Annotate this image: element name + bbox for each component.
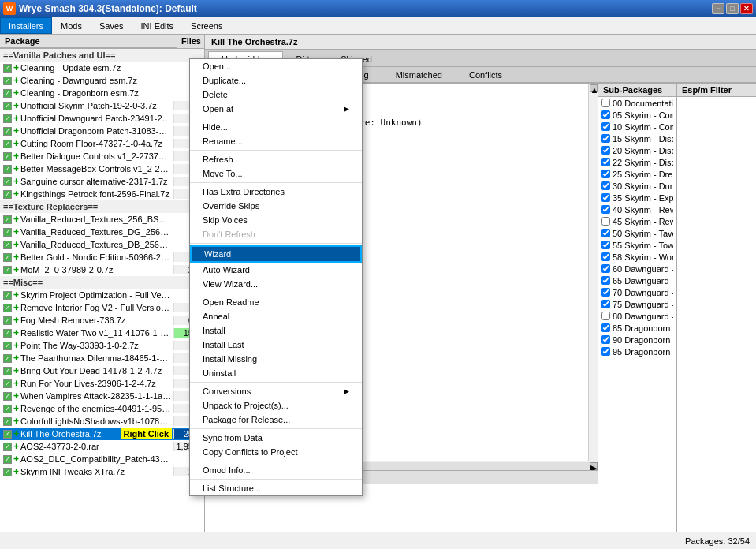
package-item[interactable]: ✓+Unofficial Dawnguard Patch-23491-2-0-.… <box>0 112 204 125</box>
package-checkbox[interactable]: ✓ <box>3 316 12 325</box>
package-item[interactable]: ==Misc== <box>0 276 204 289</box>
sub-package-item[interactable]: 60 Dawnguard - Soulcairn Dungeon <box>598 263 676 274</box>
context-menu-item[interactable]: Omod Info... <box>190 463 362 477</box>
package-item[interactable]: ✓+Cleaning - Dragonborn esm.7z <box>0 87 204 99</box>
package-checkbox[interactable]: ✓ <box>3 228 12 237</box>
package-item[interactable]: ✓+Skyrim Project Optimization - Full Ver… <box>0 289 204 301</box>
sub-package-checkbox[interactable] <box>601 300 610 308</box>
package-item[interactable]: ✓+Realistic Water Two v1_11-41076-1-11.7… <box>0 327 204 339</box>
context-menu-item[interactable]: List Structure... <box>190 481 362 495</box>
sub-package-checkbox[interactable] <box>601 276 610 285</box>
sub-package-item[interactable]: 22 Skyrim - Discover Stinger music <box>598 156 676 168</box>
package-item[interactable]: ✓+Remove Interior Fog V2 - Full Version … <box>0 301 204 314</box>
menu-saves[interactable]: Saves <box>91 17 132 34</box>
package-checkbox[interactable]: ✓ <box>3 114 12 123</box>
sub-package-item[interactable]: 85 Dragonborn - Explore <box>598 322 676 334</box>
package-checkbox[interactable]: ✓ <box>3 89 12 98</box>
package-checkbox[interactable]: ✓ <box>3 379 12 388</box>
sub-package-item[interactable]: 10 Skyrim - Combat Music - Bosses <box>598 121 676 133</box>
package-checkbox[interactable]: ✓ <box>3 291 12 300</box>
title-bar-buttons[interactable]: − □ ✕ <box>712 3 753 14</box>
package-item[interactable]: ✓+Run For Your Lives-23906-1-2-4.7z4 <box>0 377 204 390</box>
package-checkbox[interactable]: ✓ <box>3 468 12 476</box>
package-item[interactable]: ✓+Vanilla_Reduced_Textures_DG_256_BS... <box>0 226 204 238</box>
context-menu-item[interactable]: Auto Wizard <box>190 263 362 277</box>
sub-package-checkbox[interactable] <box>601 158 610 166</box>
package-item[interactable]: ==Vanilla Patches and UI== <box>0 49 204 62</box>
context-menu-item[interactable]: Unpack to Project(s)... <box>190 398 362 413</box>
sub-package-checkbox[interactable] <box>601 252 610 261</box>
context-menu-item[interactable]: Delete <box>190 88 362 102</box>
package-item[interactable]: ✓+AOS2_DLC_Compatibility_Patch-43773-2..… <box>0 453 204 465</box>
sub-package-checkbox[interactable] <box>601 99 610 107</box>
sub-package-item[interactable]: 15 Skyrim - Discover generic location <box>598 133 676 144</box>
minimize-button[interactable]: − <box>712 3 724 14</box>
package-checkbox[interactable]: ✓ <box>3 417 12 426</box>
package-item[interactable]: ✓+The Paarthurnax Dilemma-18465-1-2-7a..… <box>0 352 204 364</box>
sub-package-checkbox[interactable] <box>601 347 610 356</box>
package-checkbox[interactable]: ✓ <box>3 165 12 174</box>
package-item[interactable]: ✓+Bring Out Your Dead-14178-1-2-4.7z2 <box>0 364 204 377</box>
sub-package-item[interactable]: 90 Dragonborn - Apocrypha <box>598 334 676 345</box>
tab-conflicts[interactable]: Conflicts <box>456 67 516 82</box>
sub-package-item[interactable]: 55 Skyrim - Town Music <box>598 239 676 251</box>
scrollbar-up[interactable]: ▲ <box>590 84 598 92</box>
sub-package-checkbox[interactable] <box>601 229 610 237</box>
package-item[interactable]: ✓+Better Dialogue Controls v1_2-27371-1-… <box>0 150 204 162</box>
sub-package-checkbox[interactable] <box>601 335 610 344</box>
package-item[interactable]: ✓+ColorfulLightsNoShadows-v1b-10789-1b..… <box>0 415 204 428</box>
context-menu-item[interactable]: Install <box>190 323 362 338</box>
context-menu-item[interactable]: Anneal <box>190 309 362 323</box>
menu-mods[interactable]: Mods <box>52 17 91 34</box>
package-item[interactable]: ✓+Cleaning - Dawnguard esm.7z <box>0 74 204 87</box>
sub-package-checkbox[interactable] <box>601 264 610 273</box>
package-checkbox[interactable]: ✓ <box>3 354 12 363</box>
package-checkbox[interactable]: ✓ <box>3 405 12 413</box>
sub-package-item[interactable]: 75 Dawnguard - Vampirecastle Dungeon <box>598 298 676 310</box>
package-item[interactable]: ✓+Point The Way-33393-1-0-2.7z2 <box>0 339 204 352</box>
scrollbar-right[interactable]: ▶ <box>590 462 598 470</box>
package-item[interactable]: ✓+AOS2-43773-2-0.rar1,952 <box>0 440 204 453</box>
context-menu-item[interactable]: Uninstall <box>190 366 362 380</box>
context-menu-item[interactable]: Open... <box>190 59 362 73</box>
package-checkbox[interactable]: ✓ <box>3 190 12 199</box>
context-menu-item[interactable]: View Wizard... <box>190 277 362 291</box>
package-item[interactable]: ✓+Kill The Orchestra.7zRight Click255 <box>0 428 204 440</box>
sub-package-item[interactable]: 70 Dawnguard - Falmervalley Explore <box>598 286 676 298</box>
package-checkbox[interactable]: ✓ <box>3 253 12 262</box>
context-menu-item[interactable]: Hide... <box>190 120 362 134</box>
package-item[interactable]: ✓+MoM_2_0-37989-2-0.7z21 <box>0 263 204 276</box>
package-checkbox[interactable]: ✓ <box>3 64 12 73</box>
menu-ini-edits[interactable]: INI Edits <box>132 17 183 34</box>
package-checkbox[interactable]: ✓ <box>3 392 12 401</box>
sub-package-checkbox[interactable] <box>601 134 610 143</box>
context-menu-item[interactable]: Move To... <box>190 166 362 181</box>
sub-package-item[interactable]: 05 Skyrim - Combat Music - Generic <box>598 109 676 121</box>
sub-package-checkbox[interactable] <box>601 323 610 332</box>
package-checkbox[interactable]: ✓ <box>3 215 12 224</box>
package-item[interactable]: ✓+Better Gold - Nordic Edition-50966-2-0… <box>0 251 204 263</box>
menu-installers[interactable]: Installers <box>0 17 52 34</box>
package-checkbox[interactable]: ✓ <box>3 342 12 350</box>
context-menu-item[interactable]: Override Skips <box>190 199 362 213</box>
package-checkbox[interactable]: ✓ <box>3 102 12 110</box>
package-checkbox[interactable]: ✓ <box>3 152 12 161</box>
package-checkbox[interactable]: ✓ <box>3 443 12 451</box>
package-item[interactable]: ✓+Cleaning - Update esm.7z <box>0 62 204 74</box>
package-checkbox[interactable]: ✓ <box>3 77 12 85</box>
sub-package-item[interactable]: 35 Skyrim - Explore Music <box>598 192 676 204</box>
package-item[interactable]: ✓+Better MessageBox Controls v1_2-2817..… <box>0 162 204 175</box>
package-item[interactable]: ✓+Cutting Room Floor-47327-1-0-4a.7z4 <box>0 137 204 150</box>
sub-package-checkbox[interactable] <box>601 146 610 155</box>
package-item[interactable]: ✓+Kingsthings Petrock font-2596-Final.7z… <box>0 188 204 200</box>
context-menu-item[interactable]: Rename... <box>190 134 362 148</box>
package-item[interactable]: ✓+When Vampires Attack-28235-1-1-1a.7z4 <box>0 390 204 402</box>
sub-package-item[interactable]: 65 Dawnguard - Soulcairn Explore <box>598 274 676 286</box>
package-item[interactable]: ✓+Unofficial Dragonborn Patch-31083-2-0-… <box>0 125 204 137</box>
sub-package-checkbox[interactable] <box>601 241 610 249</box>
context-menu[interactable]: Open...Duplicate...DeleteOpen at▶Hide...… <box>189 58 363 496</box>
context-menu-item[interactable]: Install Missing <box>190 352 362 366</box>
close-button[interactable]: ✕ <box>740 3 753 14</box>
package-item[interactable]: ✓+Revenge of the enemies-40491-1-95.zip4 <box>0 402 204 415</box>
context-menu-item[interactable]: Open Readme <box>190 295 362 309</box>
